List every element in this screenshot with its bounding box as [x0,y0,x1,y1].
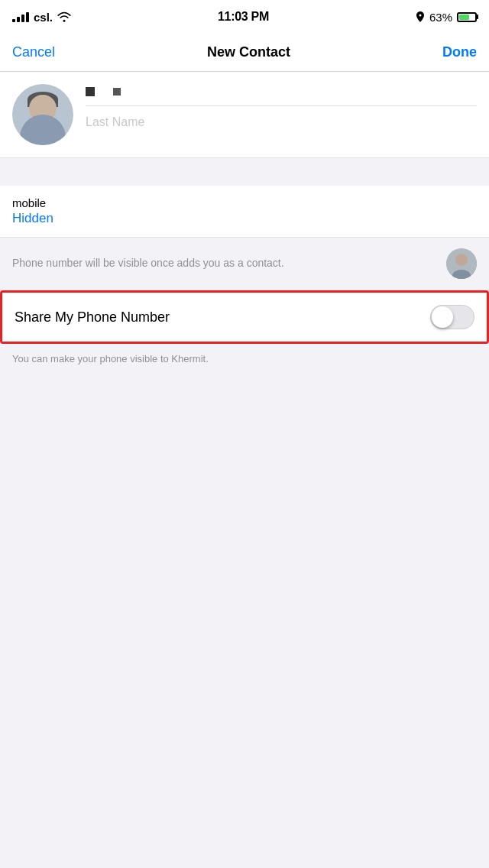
last-name-input[interactable] [86,115,477,129]
avatar[interactable] [12,84,73,145]
cancel-button[interactable]: Cancel [12,44,55,60]
toggle-knob [432,306,453,328]
carrier-label: csl. [34,11,53,24]
nav-bar: Cancel New Contact Done [0,34,489,72]
avatar-body [20,115,66,145]
toggle-section: Share My Phone Number [2,293,487,342]
info-text: Phone number will be visible once adds y… [12,256,284,271]
bottom-area [0,377,489,683]
info-section: Phone number will be visible once adds y… [0,238,489,290]
battery-icon [457,12,477,22]
phone-section: mobile Hidden [0,186,489,238]
first-name-icon2 [113,88,121,96]
phone-label: mobile [12,196,477,209]
spacer-section [0,158,489,186]
status-right: 63% [416,11,477,24]
contact-form-section [0,72,489,158]
toggle-caption-section: You can make your phone visible to Kherm… [0,344,489,377]
done-button[interactable]: Done [442,44,477,60]
svg-point-1 [455,254,468,266]
signal-icon [12,11,29,22]
info-avatar-svg [446,248,477,279]
status-bar: csl. 11:03 PM 63% [0,0,489,34]
toggle-section-highlight: Share My Phone Number [0,290,489,344]
share-phone-toggle[interactable] [430,305,474,329]
page-title: New Contact [207,44,290,60]
wifi-icon [57,11,71,22]
toggle-label: Share My Phone Number [15,309,170,326]
battery-percent: 63% [429,11,452,24]
toggle-caption-text: You can make your phone visible to Kherm… [12,353,209,364]
location-icon [416,11,425,22]
first-name-icon [86,87,95,96]
info-avatar-thumbnail [446,248,477,279]
first-name-row [86,87,477,106]
status-left: csl. [12,11,71,24]
name-fields [86,84,477,129]
phone-value[interactable]: Hidden [12,211,477,226]
status-time: 11:03 PM [218,10,269,24]
